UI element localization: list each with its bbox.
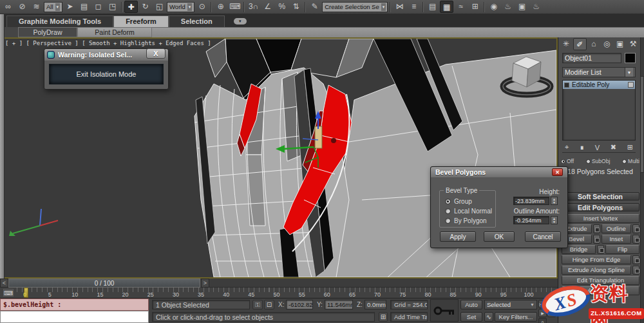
- snaps-toggle-3d-icon[interactable]: 3∩: [247, 1, 260, 13]
- unlink-selection-icon[interactable]: ⊘: [15, 1, 29, 13]
- timeline-icon[interactable]: ⌨: [3, 289, 14, 297]
- time-slider-handle[interactable]: 0 / 100: [8, 279, 200, 288]
- time-slider-track[interactable]: < 0 / 100 >: [0, 279, 558, 288]
- y-coordinate-field[interactable]: 11.546mm: [325, 300, 353, 309]
- cancel-button[interactable]: Cancel: [525, 231, 561, 242]
- bridge-settings-button[interactable]: [597, 245, 604, 254]
- selection-filter-dropdown[interactable]: All▾: [44, 2, 62, 12]
- absolute-mode-icon[interactable]: ⊡: [264, 300, 274, 309]
- time-tag-icon[interactable]: ⊞: [379, 312, 388, 322]
- select-by-name-icon[interactable]: ▤: [77, 1, 91, 13]
- subtab-polydraw[interactable]: PolyDraw: [18, 27, 77, 37]
- render-setup-icon[interactable]: ♨: [501, 1, 515, 13]
- window-crossing-toggle-icon[interactable]: ◳: [106, 1, 119, 13]
- pin-stack-icon[interactable]: ⌖: [565, 143, 569, 152]
- extrude-along-spline-settings-button[interactable]: [632, 266, 639, 275]
- bevel-dialog-titlebar[interactable]: Bevel Polygons ✕: [431, 167, 567, 177]
- set-keys-button[interactable]: [430, 299, 459, 322]
- modifier-list-dropdown[interactable]: Modifier List ▼: [562, 67, 636, 77]
- edit-named-selection-sets-icon[interactable]: ✎: [308, 1, 321, 13]
- hinge-from-edge-settings-button[interactable]: [632, 255, 639, 264]
- make-unique-icon[interactable]: V: [595, 144, 600, 152]
- spinner-snap-icon[interactable]: ⇅: [289, 1, 303, 13]
- bevel-type-local-normal[interactable]: Local Normal: [445, 208, 492, 215]
- subtab-paint-deform[interactable]: Paint Deform: [77, 27, 152, 37]
- select-and-scale-icon[interactable]: ◱: [153, 1, 166, 13]
- panel-scrollbar-thumb[interactable]: [640, 76, 644, 173]
- tab-freeform[interactable]: Freeform: [113, 15, 169, 27]
- preview-selection-off[interactable]: Off: [561, 158, 574, 164]
- extrude-settings-button[interactable]: [593, 224, 600, 233]
- next-frame-arrow[interactable]: >: [201, 279, 209, 288]
- select-and-manipulate-icon[interactable]: ⊕: [214, 1, 227, 13]
- outline-button[interactable]: Outline: [601, 224, 632, 233]
- default-in-out-tangent-button[interactable]: ∿: [484, 312, 493, 322]
- outline-settings-button[interactable]: [632, 224, 639, 233]
- modifier-stack[interactable]: Editable Poly: [562, 80, 636, 141]
- rectangular-selection-region-icon[interactable]: ◻: [91, 1, 105, 13]
- outline-amount-field[interactable]: -0.254mm: [513, 216, 549, 224]
- named-selection-set-dropdown[interactable]: Create Selection Se▾: [322, 2, 388, 12]
- x-coordinate-field[interactable]: -6102.82m: [286, 300, 313, 309]
- remove-modifier-icon[interactable]: ✖: [611, 143, 616, 152]
- inset-button[interactable]: Inset: [601, 235, 632, 244]
- outline-spinner[interactable]: ▲▼: [551, 216, 558, 224]
- display-tab-icon[interactable]: ▣: [614, 38, 627, 50]
- use-pivot-point-center-icon[interactable]: ⊙: [195, 1, 209, 13]
- viewport-label[interactable]: [ + ] [ Perspective ] [ Smooth + Highlig…: [5, 40, 211, 46]
- flip-button[interactable]: Flip: [605, 245, 639, 254]
- show-end-result-icon[interactable]: ∎: [580, 143, 584, 152]
- preview-selection-multi[interactable]: Multi: [622, 158, 639, 164]
- bevel-type-group[interactable]: Group: [445, 198, 472, 205]
- mirror-icon[interactable]: ⋈: [393, 1, 406, 13]
- utilities-tab-icon[interactable]: ⚒: [627, 38, 640, 50]
- inset-settings-button[interactable]: [632, 235, 639, 244]
- bind-to-space-warp-icon[interactable]: ≋: [30, 1, 43, 13]
- rendered-frame-window-icon[interactable]: ▣: [515, 1, 529, 13]
- exit-isolation-mode-button[interactable]: Exit Isolation Mode: [50, 64, 163, 84]
- bevel-close-button[interactable]: ✕: [552, 168, 563, 176]
- modify-tab-icon[interactable]: ✐: [573, 38, 587, 50]
- apply-button[interactable]: Apply: [440, 231, 476, 242]
- tab-graphite-modeling-tools[interactable]: Graphite Modeling Tools: [6, 15, 113, 27]
- configure-modifier-sets-icon[interactable]: ⊞: [627, 143, 633, 152]
- set-key-button[interactable]: Set Key: [460, 312, 482, 322]
- selection-set-dropdown[interactable]: Selected ▼: [484, 300, 537, 309]
- stack-item[interactable]: Editable Poly: [563, 81, 635, 89]
- height-field[interactable]: -23.839mm: [513, 197, 549, 205]
- material-editor-icon[interactable]: ◉: [487, 1, 500, 13]
- key-filters-button[interactable]: Key Filters...: [495, 312, 537, 322]
- select-object-icon[interactable]: ➤: [63, 1, 77, 13]
- bevel-type-by-polygon[interactable]: By Polygon: [445, 217, 487, 224]
- keyboard-override-icon[interactable]: ⌨: [228, 1, 242, 13]
- maxscript-mini-listener[interactable]: $.bevelHeight :: [0, 299, 149, 311]
- select-and-link-icon[interactable]: ∞: [1, 1, 15, 13]
- ribbon-minimize-button[interactable]: ▾: [234, 18, 247, 24]
- warning-close-button[interactable]: X: [146, 48, 166, 59]
- auto-key-button[interactable]: Auto Key: [460, 300, 482, 309]
- percent-snap-icon[interactable]: %: [275, 1, 289, 13]
- maxscript-listener-input[interactable]: [0, 311, 149, 323]
- hinge-from-edge-button[interactable]: Hinge From Edge: [562, 255, 631, 264]
- hierarchy-tab-icon[interactable]: ⌂: [587, 38, 600, 50]
- object-name-field[interactable]: Object01: [562, 53, 621, 63]
- edit-polygons-rollout[interactable]: Edit Polygons: [561, 203, 639, 211]
- soft-selection-rollout[interactable]: Soft Selection: [561, 192, 639, 201]
- tab-selection[interactable]: Selection: [169, 15, 225, 27]
- preview-selection-subobj[interactable]: SubObj: [586, 158, 610, 164]
- angle-snap-icon[interactable]: ∠: [261, 1, 274, 13]
- z-coordinate-field[interactable]: 0.0mm: [365, 300, 386, 309]
- ok-button[interactable]: OK: [484, 231, 515, 242]
- bevel-settings-button[interactable]: [593, 235, 600, 244]
- select-and-move-icon[interactable]: ✚: [124, 1, 138, 13]
- height-spinner[interactable]: ▲▼: [551, 197, 558, 205]
- extrude-along-spline-button[interactable]: Extrude Along Spline: [562, 266, 631, 275]
- graphite-ribbon-toggle-icon[interactable]: ▦: [440, 1, 453, 13]
- warning-dialog-titlebar[interactable]: Warning: Isolated Sel... X: [44, 49, 168, 61]
- panel-scrollbar[interactable]: [640, 37, 644, 323]
- reference-coordinate-dropdown[interactable]: World▾: [167, 2, 194, 12]
- timeline-ruler[interactable]: ⌨ 0 510152025303540455055606570758085909…: [0, 288, 558, 299]
- layer-manager-icon[interactable]: ▤: [426, 1, 439, 13]
- add-time-tag-field[interactable]: Add Time Tag: [390, 312, 428, 322]
- schematic-view-icon[interactable]: ⊞: [468, 1, 482, 13]
